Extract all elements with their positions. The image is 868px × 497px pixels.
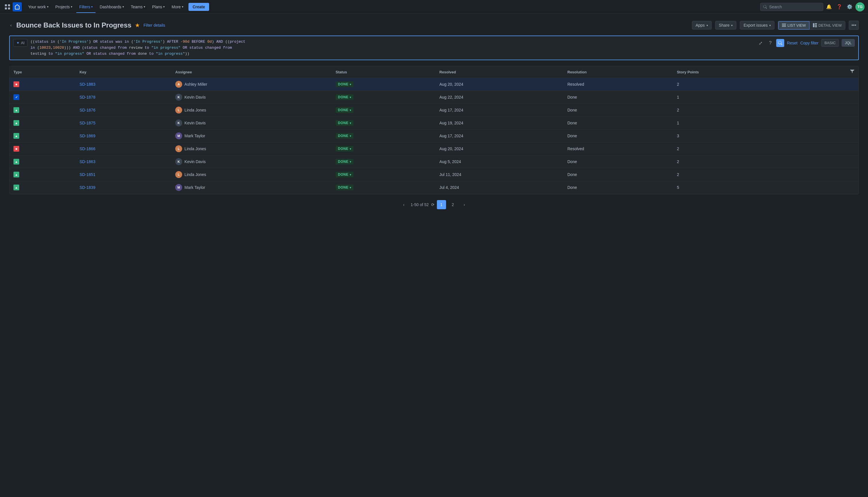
cell-resolved: Aug 17, 2024 [436,130,563,142]
col-story-points[interactable]: Story Points [673,66,793,78]
filter-details-link[interactable]: Filter details [143,23,165,28]
issue-key-link[interactable]: SD-1876 [80,108,95,112]
cell-story-points: 2 [673,104,793,117]
apps-button[interactable]: Apps ▾ [692,21,712,29]
table-header: Type Key Assignee Status Resolved Resolu… [10,66,858,78]
filter-bar-icons: ⤢ ? [757,39,784,47]
cell-resolved: Aug 5, 2024 [436,155,563,168]
notifications-icon[interactable]: 🔔 [824,2,833,12]
page-1-button[interactable]: 1 [437,200,446,209]
issue-key-link[interactable]: SD-1851 [80,172,95,177]
col-assignee[interactable]: Assignee [171,66,332,78]
create-button[interactable]: Create [189,3,209,11]
issue-key-link[interactable]: SD-1869 [80,133,95,138]
view-toggle: LIST VIEW DETAIL VIEW [778,21,845,30]
page-2-button[interactable]: 2 [448,200,457,209]
nav-plans[interactable]: Plans ▾ [149,3,167,10]
cell-status: DONE▾ [332,130,436,142]
expand-icon[interactable]: ⤢ [757,39,765,47]
list-view-button[interactable]: LIST VIEW [778,21,810,29]
issue-key-link[interactable]: SD-1883 [80,82,95,87]
cell-resolved: Aug 20, 2024 [436,142,563,155]
col-status[interactable]: Status [332,66,436,78]
column-settings-button[interactable] [850,69,855,75]
help-icon[interactable]: ❓ [835,2,844,12]
svg-rect-4 [782,24,786,24]
cell-story-points: 1 [673,91,793,104]
grid-icon[interactable] [3,3,12,11]
table-row[interactable]: ▲ SD-1863 K Kevin Davis DONE▾ Aug 5, 202… [10,155,858,168]
table-row[interactable]: ▲ SD-1851 L Linda Jones DONE▾ Jul 11, 20… [10,168,858,181]
table-row[interactable]: ▲ SD-1839 M Mark Taylor DONE▾ Jul 4, 202… [10,181,858,194]
more-options-button[interactable]: ••• [849,20,859,30]
svg-rect-7 [813,23,814,27]
search-filter-icon[interactable] [776,39,784,47]
col-key[interactable]: Key [75,66,171,78]
nav-filters[interactable]: Filters ▾ [76,3,96,10]
export-issues-button[interactable]: Export issues ▾ [740,21,774,29]
status-badge[interactable]: DONE▾ [335,107,354,113]
issue-key-link[interactable]: SD-1878 [80,95,95,99]
collapse-button[interactable]: ‹ [9,22,13,29]
chevron-down-icon: ▾ [144,5,145,8]
table-row[interactable]: ▲ SD-1876 L Linda Jones DONE▾ Aug 17, 20… [10,104,858,117]
col-type[interactable]: Type [10,66,75,78]
nav-your-work[interactable]: Your work ▾ [25,3,51,10]
help-icon[interactable]: ? [767,39,774,47]
table-row[interactable]: ▲ SD-1869 M Mark Taylor DONE▾ Aug 17, 20… [10,130,858,142]
detail-view-button[interactable]: DETAIL VIEW [810,21,845,29]
settings-icon[interactable]: ⚙️ [845,2,854,12]
issue-key-link[interactable]: SD-1863 [80,159,95,164]
nav-teams[interactable]: Teams ▾ [128,3,148,10]
app-logo[interactable] [13,2,22,12]
next-page-button[interactable]: › [460,200,469,209]
avatar[interactable]: TG [855,2,865,12]
col-resolution[interactable]: Resolution [563,66,673,78]
table-row[interactable]: ■ SD-1883 A Ashley Miller DONE▾ Aug 20, … [10,78,858,91]
cell-actions: ••• [793,168,858,181]
basic-mode-button[interactable]: BASIC [821,39,839,47]
search-bar[interactable] [760,3,823,11]
issues-table: Type Key Assignee Status Resolved Resolu… [10,66,858,194]
status-badge[interactable]: DONE▾ [335,159,354,165]
ai-button[interactable]: ✦ AI [13,39,28,47]
col-resolved[interactable]: Resolved [436,66,563,78]
refresh-icon[interactable]: ⟳ [431,202,435,207]
cell-story-points: 5 [673,181,793,194]
cell-resolution: Resolved [563,142,673,155]
assignee-name: Kevin Davis [184,121,206,125]
status-badge[interactable]: DONE▾ [335,185,354,190]
star-icon[interactable]: ★ [135,22,140,29]
status-badge[interactable]: DONE▾ [335,146,354,152]
status-chevron-icon: ▾ [350,96,352,99]
nav-more[interactable]: More ▾ [169,3,186,10]
table-row[interactable]: ✓ SD-1878 K Kevin Davis DONE▾ Aug 22, 20… [10,91,858,104]
status-badge[interactable]: DONE▾ [335,120,354,126]
assignee-name: Mark Taylor [184,133,205,138]
issues-table-wrapper: Type Key Assignee Status Resolved Resolu… [9,66,859,194]
nav-dashboards[interactable]: Dashboards ▾ [97,3,127,10]
issue-key-link[interactable]: SD-1866 [80,146,95,151]
status-badge[interactable]: DONE▾ [335,81,354,87]
status-badge[interactable]: DONE▾ [335,133,354,139]
status-badge[interactable]: DONE▾ [335,94,354,100]
table-row[interactable]: ■ SD-1866 L Linda Jones DONE▾ Aug 20, 20… [10,142,858,155]
nav-projects[interactable]: Projects ▾ [53,3,75,10]
cell-type: ■ [10,142,75,155]
issue-key-link[interactable]: SD-1839 [80,185,95,190]
cell-status: DONE▾ [332,104,436,117]
table-row[interactable]: ▲ SD-1875 K Kevin Davis DONE▾ Aug 19, 20… [10,117,858,130]
copy-filter-button[interactable]: Copy filter [800,41,818,45]
issue-key-link[interactable]: SD-1875 [80,121,95,125]
cell-resolution: Resolved [563,78,673,91]
status-badge[interactable]: DONE▾ [335,172,354,178]
cell-key: SD-1851 [75,168,171,181]
jql-mode-button[interactable]: JQL [842,39,855,47]
cell-status: DONE▾ [332,117,436,130]
jql-query[interactable]: ((status in ('In Progress') OR status wa… [30,39,754,57]
prev-page-button[interactable]: ‹ [399,200,408,209]
share-button[interactable]: Share ▾ [715,21,736,29]
reset-button[interactable]: Reset [787,41,798,45]
cell-resolution: Done [563,168,673,181]
search-input[interactable] [769,4,820,9]
